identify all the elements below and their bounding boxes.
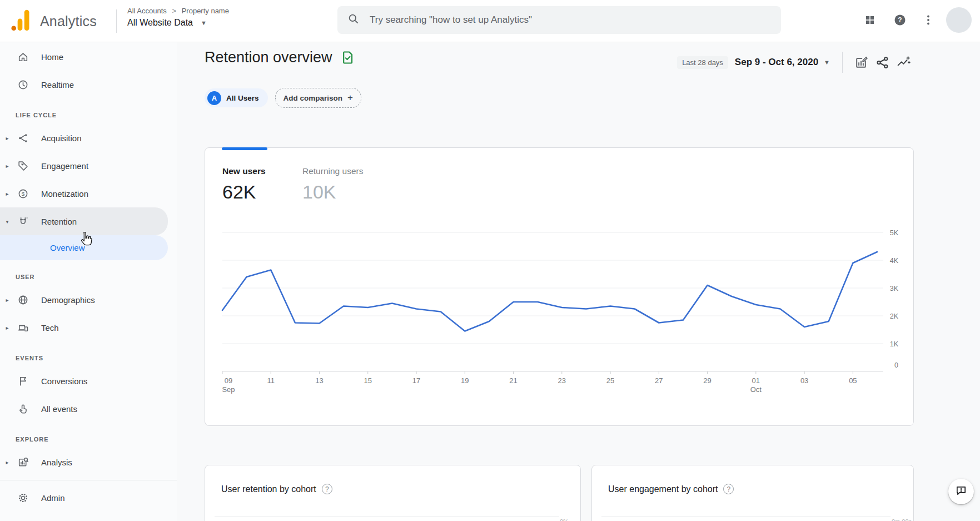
x-axis-tick-label: 17 [412,376,420,385]
engagement-icon [17,160,29,172]
property-selector[interactable]: All Website Data ▼ [127,18,207,28]
apps-grid-button[interactable] [860,11,880,31]
retention-icon [17,216,29,227]
home-icon [17,51,29,63]
sidebar-section-header: USER [0,260,177,286]
search-input[interactable] [369,14,760,26]
sidebar-section-header: EXPLORE [0,423,177,448]
y-axis-tick-label: 5K [890,229,899,237]
chevron-expanded-icon[interactable]: ▾ [0,219,14,225]
sidebar-item-engagement[interactable]: ▸Engagement [0,152,177,180]
retention-line-chart[interactable]: 5K4K3K2K1K009Sep1113151719212325272901Oc… [205,148,913,425]
clock-icon [17,79,29,91]
cohort-axis-line [601,517,891,517]
sidebar-divider [0,480,177,480]
chevron-collapsed-icon[interactable]: ▸ [0,191,14,197]
share-button[interactable] [872,52,893,73]
more-menu-button[interactable] [918,11,938,31]
x-axis-tick-label: 11 [267,376,275,385]
chevron-collapsed-icon[interactable]: ▸ [0,297,14,303]
x-axis-tick-label: 23 [558,376,566,385]
x-axis-tick-label: 15 [364,376,372,385]
add-comparison-chip[interactable]: Add comparison + [275,88,361,108]
sidebar-item-label: Realtime [41,80,74,90]
search-bar[interactable] [337,6,781,34]
chevron-collapsed-icon[interactable]: ▸ [0,459,14,465]
x-axis-tick-label: 01 [752,376,760,385]
breadcrumb-separator: > [172,7,176,15]
x-axis-tick-label: 05 [849,376,857,385]
analytics-home-link[interactable]: Analytics [6,4,97,38]
help-circle-icon[interactable]: ? [723,484,734,494]
sidebar-item-retention[interactable]: ▾Retention [0,207,168,235]
sidebar-item-label: Monetization [41,189,88,199]
user-retention-cohort-card: User retention by cohort ? 0% [205,465,581,521]
sidebar-item-realtime[interactable]: Realtime [0,71,177,98]
sidebar-section-header: LIFE CYCLE [0,98,177,124]
page-title-row: Retention overview [205,49,355,66]
monetization-icon: $ [17,188,29,200]
sidebar-item-label: Demographics [41,295,95,305]
breadcrumb-account[interactable]: All Accounts [127,7,167,15]
insights-button[interactable] [893,52,914,73]
breadcrumb: All Accounts > Property name [127,7,229,15]
product-name: Analytics [40,13,97,29]
sidebar-item-tech[interactable]: ▸Tech [0,314,177,341]
sidebar-item-all-events[interactable]: All events [0,395,177,423]
svg-text:$: $ [21,191,24,197]
sidebar-item-analysis[interactable]: ▸Analysis [0,448,177,476]
x-axis-tick-label: 03 [800,376,808,385]
retention-cohort-title: User retention by cohort [221,484,316,494]
user-engagement-cohort-card: User engagement by cohort ? 0m 00s [591,465,914,521]
sidebar-item-home[interactable]: Home [0,43,177,71]
analysis-icon [17,457,29,468]
all-users-chip[interactable]: A All Users [205,88,268,107]
sidebar-item-monetization[interactable]: ▸$Monetization [0,180,177,207]
property-selector-label: All Website Data [127,18,193,28]
x-axis-month-label: Sep [222,385,235,394]
sidebar-section-header: EVENTS [0,341,177,367]
sidebar-item-admin[interactable]: Admin [0,484,177,512]
sidebar-subitem-label: Overview [50,243,85,252]
sidebar-item-acquisition[interactable]: ▸Acquisition [0,124,177,152]
help-circle-icon[interactable]: ? [322,484,332,494]
x-axis-tick-label: 25 [606,376,614,385]
feedback-button[interactable] [948,479,974,504]
feedback-icon [955,484,967,499]
x-axis-month-label: Oct [750,385,762,394]
add-comparison-label: Add comparison [283,94,343,102]
chevron-collapsed-icon[interactable]: ▸ [0,135,14,141]
x-axis-tick-label: 21 [509,376,517,385]
y-axis-tick-label: 2K [890,312,899,320]
chevron-collapsed-icon[interactable]: ▸ [0,163,14,169]
cohort-axis-line [215,517,559,517]
flag-icon [17,375,29,387]
y-axis-tick-label: 1K [890,340,899,348]
breadcrumb-property[interactable]: Property name [182,7,229,15]
sidebar-item-label: Home [41,52,63,62]
sidebar-subitem-overview[interactable]: Overview [0,235,168,260]
user-avatar[interactable] [946,7,972,33]
x-axis-tick-label: 29 [703,376,711,385]
sidebar-item-demographics[interactable]: ▸Demographics [0,286,177,314]
date-caret-icon[interactable]: ▼ [824,59,830,66]
sidebar-item-label: Tech [41,323,59,333]
comparison-chips: A All Users Add comparison + [205,88,361,108]
help-button[interactable]: ? [890,11,910,31]
x-axis-tick-label: 09 [225,376,232,385]
customize-report-button[interactable] [850,52,872,73]
date-preset-badge: Last 28 days [677,56,728,69]
chevron-collapsed-icon[interactable]: ▸ [0,325,14,331]
app-header: Analytics All Accounts > Property name A… [0,0,980,42]
verified-report-icon[interactable] [340,50,355,65]
sidebar-item-label: Admin [41,493,65,503]
date-range-selector[interactable]: Sep 9 - Oct 6, 2020 [735,57,818,68]
acquisition-icon [17,132,29,144]
cohort-axis-label: 0m 00s [892,518,912,521]
sidebar-item-conversions[interactable]: Conversions [0,367,177,395]
sidebar-item-label: Conversions [41,376,87,386]
all-users-chip-label: All Users [226,94,259,102]
x-axis-tick-label: 19 [461,376,469,385]
cohort-axis-label: 0% [560,518,569,521]
new-users-series-line[interactable] [222,252,877,331]
